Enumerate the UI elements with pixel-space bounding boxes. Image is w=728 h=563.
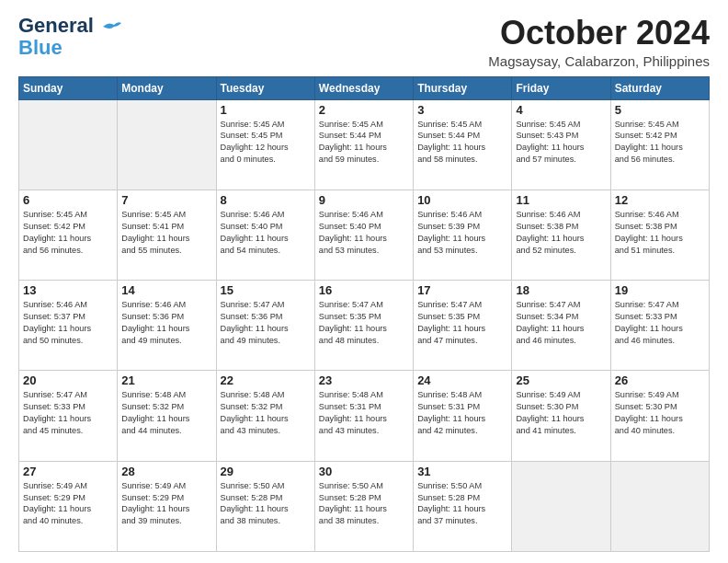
day-info: Sunrise: 5:47 AM Sunset: 5:33 PM Dayligh… [615, 299, 705, 347]
calendar-cell [19, 99, 118, 190]
calendar-cell: 5Sunrise: 5:45 AM Sunset: 5:42 PM Daylig… [610, 99, 709, 190]
day-info: Sunrise: 5:47 AM Sunset: 5:35 PM Dayligh… [417, 299, 507, 347]
day-info: Sunrise: 5:45 AM Sunset: 5:41 PM Dayligh… [121, 209, 211, 257]
day-info: Sunrise: 5:49 AM Sunset: 5:30 PM Dayligh… [615, 389, 705, 437]
weekday-header-wednesday: Wednesday [314, 76, 413, 99]
day-number: 22 [221, 373, 311, 387]
day-info: Sunrise: 5:46 AM Sunset: 5:39 PM Dayligh… [417, 209, 507, 257]
calendar-cell: 23Sunrise: 5:48 AM Sunset: 5:31 PM Dayli… [314, 371, 413, 461]
day-number: 3 [417, 103, 507, 117]
day-info: Sunrise: 5:50 AM Sunset: 5:28 PM Dayligh… [417, 480, 507, 528]
day-number: 6 [23, 193, 113, 207]
day-info: Sunrise: 5:47 AM Sunset: 5:33 PM Dayligh… [23, 389, 113, 437]
day-info: Sunrise: 5:46 AM Sunset: 5:36 PM Dayligh… [121, 299, 211, 347]
calendar-cell: 27Sunrise: 5:49 AM Sunset: 5:29 PM Dayli… [19, 461, 118, 551]
day-number: 1 [221, 103, 311, 117]
calendar-cell: 29Sunrise: 5:50 AM Sunset: 5:28 PM Dayli… [216, 461, 314, 551]
day-number: 10 [417, 193, 507, 207]
calendar-cell: 20Sunrise: 5:47 AM Sunset: 5:33 PM Dayli… [19, 371, 118, 461]
day-number: 11 [516, 193, 606, 207]
calendar-cell: 7Sunrise: 5:45 AM Sunset: 5:41 PM Daylig… [118, 190, 216, 280]
day-number: 7 [121, 193, 211, 207]
day-number: 15 [221, 283, 311, 297]
day-info: Sunrise: 5:48 AM Sunset: 5:32 PM Dayligh… [121, 389, 211, 437]
calendar-cell: 28Sunrise: 5:49 AM Sunset: 5:29 PM Dayli… [118, 461, 216, 551]
calendar-cell: 6Sunrise: 5:45 AM Sunset: 5:42 PM Daylig… [19, 190, 118, 280]
day-info: Sunrise: 5:46 AM Sunset: 5:40 PM Dayligh… [221, 209, 311, 257]
day-info: Sunrise: 5:46 AM Sunset: 5:38 PM Dayligh… [516, 209, 606, 257]
calendar-cell: 22Sunrise: 5:48 AM Sunset: 5:32 PM Dayli… [216, 371, 314, 461]
day-number: 16 [319, 283, 409, 297]
day-number: 26 [615, 373, 705, 387]
day-number: 31 [417, 465, 507, 478]
calendar-cell: 24Sunrise: 5:48 AM Sunset: 5:31 PM Dayli… [414, 371, 512, 461]
day-number: 27 [23, 465, 113, 478]
day-number: 8 [221, 193, 311, 207]
header: General Blue October 2024 Magsaysay, Cal… [18, 15, 710, 69]
calendar-cell: 19Sunrise: 5:47 AM Sunset: 5:33 PM Dayli… [610, 281, 709, 371]
day-info: Sunrise: 5:47 AM Sunset: 5:35 PM Dayligh… [319, 299, 409, 347]
day-number: 13 [23, 283, 113, 297]
calendar-cell: 10Sunrise: 5:46 AM Sunset: 5:39 PM Dayli… [414, 190, 512, 280]
day-info: Sunrise: 5:47 AM Sunset: 5:36 PM Dayligh… [221, 299, 311, 347]
calendar-cell [610, 461, 709, 551]
day-number: 14 [121, 283, 211, 297]
calendar-cell: 31Sunrise: 5:50 AM Sunset: 5:28 PM Dayli… [414, 461, 512, 551]
logo: General Blue [18, 15, 121, 59]
weekday-header-monday: Monday [118, 76, 216, 99]
day-number: 29 [221, 465, 311, 478]
calendar-cell: 13Sunrise: 5:46 AM Sunset: 5:37 PM Dayli… [19, 281, 118, 371]
day-number: 28 [121, 465, 211, 478]
weekday-header-row: SundayMondayTuesdayWednesdayThursdayFrid… [19, 76, 710, 99]
calendar-cell: 30Sunrise: 5:50 AM Sunset: 5:28 PM Dayli… [314, 461, 413, 551]
calendar-cell: 25Sunrise: 5:49 AM Sunset: 5:30 PM Dayli… [512, 371, 610, 461]
day-info: Sunrise: 5:46 AM Sunset: 5:40 PM Dayligh… [319, 209, 409, 257]
calendar-cell: 15Sunrise: 5:47 AM Sunset: 5:36 PM Dayli… [216, 281, 314, 371]
day-number: 24 [417, 373, 507, 387]
day-info: Sunrise: 5:45 AM Sunset: 5:45 PM Dayligh… [221, 119, 311, 167]
day-number: 12 [615, 193, 705, 207]
weekday-header-friday: Friday [512, 76, 610, 99]
day-info: Sunrise: 5:50 AM Sunset: 5:28 PM Dayligh… [221, 480, 311, 528]
day-info: Sunrise: 5:48 AM Sunset: 5:31 PM Dayligh… [319, 389, 409, 437]
calendar-cell: 1Sunrise: 5:45 AM Sunset: 5:45 PM Daylig… [216, 99, 314, 190]
day-info: Sunrise: 5:45 AM Sunset: 5:42 PM Dayligh… [615, 119, 705, 167]
day-info: Sunrise: 5:46 AM Sunset: 5:37 PM Dayligh… [23, 299, 113, 347]
day-number: 21 [121, 373, 211, 387]
day-info: Sunrise: 5:49 AM Sunset: 5:30 PM Dayligh… [516, 389, 606, 437]
logo-line2: Blue [18, 37, 63, 59]
calendar-cell: 11Sunrise: 5:46 AM Sunset: 5:38 PM Dayli… [512, 190, 610, 280]
calendar-cell: 9Sunrise: 5:46 AM Sunset: 5:40 PM Daylig… [314, 190, 413, 280]
calendar-cell: 17Sunrise: 5:47 AM Sunset: 5:35 PM Dayli… [414, 281, 512, 371]
title-area: October 2024 Magsaysay, Calabarzon, Phil… [488, 15, 710, 69]
day-info: Sunrise: 5:45 AM Sunset: 5:44 PM Dayligh… [319, 119, 409, 167]
calendar-cell: 3Sunrise: 5:45 AM Sunset: 5:44 PM Daylig… [414, 99, 512, 190]
day-info: Sunrise: 5:49 AM Sunset: 5:29 PM Dayligh… [121, 480, 211, 528]
bird-icon [101, 19, 121, 34]
day-info: Sunrise: 5:45 AM Sunset: 5:43 PM Dayligh… [516, 119, 606, 167]
day-info: Sunrise: 5:48 AM Sunset: 5:32 PM Dayligh… [221, 389, 311, 437]
weekday-header-tuesday: Tuesday [216, 76, 314, 99]
day-number: 23 [319, 373, 409, 387]
calendar-cell: 21Sunrise: 5:48 AM Sunset: 5:32 PM Dayli… [118, 371, 216, 461]
calendar-cell [118, 99, 216, 190]
calendar-cell: 2Sunrise: 5:45 AM Sunset: 5:44 PM Daylig… [314, 99, 413, 190]
calendar-cell [512, 461, 610, 551]
calendar-cell: 4Sunrise: 5:45 AM Sunset: 5:43 PM Daylig… [512, 99, 610, 190]
calendar-week-row: 6Sunrise: 5:45 AM Sunset: 5:42 PM Daylig… [19, 190, 710, 280]
day-info: Sunrise: 5:50 AM Sunset: 5:28 PM Dayligh… [319, 480, 409, 528]
day-number: 4 [516, 103, 606, 117]
weekday-header-sunday: Sunday [19, 76, 118, 99]
day-info: Sunrise: 5:46 AM Sunset: 5:38 PM Dayligh… [615, 209, 705, 257]
calendar-table: SundayMondayTuesdayWednesdayThursdayFrid… [18, 76, 710, 552]
calendar-week-row: 13Sunrise: 5:46 AM Sunset: 5:37 PM Dayli… [19, 281, 710, 371]
day-number: 17 [417, 283, 507, 297]
calendar-week-row: 20Sunrise: 5:47 AM Sunset: 5:33 PM Dayli… [19, 371, 710, 461]
day-number: 2 [319, 103, 409, 117]
day-info: Sunrise: 5:45 AM Sunset: 5:42 PM Dayligh… [23, 209, 113, 257]
day-number: 25 [516, 373, 606, 387]
calendar-cell: 16Sunrise: 5:47 AM Sunset: 5:35 PM Dayli… [314, 281, 413, 371]
calendar-cell: 8Sunrise: 5:46 AM Sunset: 5:40 PM Daylig… [216, 190, 314, 280]
day-number: 9 [319, 193, 409, 207]
day-info: Sunrise: 5:48 AM Sunset: 5:31 PM Dayligh… [417, 389, 507, 437]
